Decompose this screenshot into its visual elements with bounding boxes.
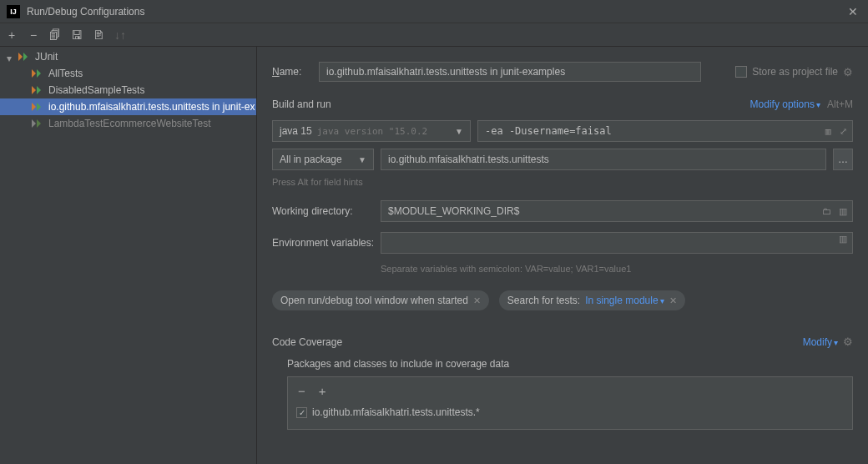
field-hint: Press Alt for field hints xyxy=(272,177,853,187)
browse-button[interactable]: … xyxy=(833,149,853,170)
run-config-icon xyxy=(32,86,43,94)
gear-icon[interactable]: ⚙ xyxy=(843,335,853,348)
modify-link[interactable]: Modify▾ xyxy=(803,336,838,348)
gear-icon[interactable]: ⚙ xyxy=(843,66,853,78)
coverage-entry[interactable]: ✓ io.github.mfaisalkhatri.tests.unittest… xyxy=(296,406,845,418)
run-config-icon xyxy=(32,119,43,128)
config-form: Name: Store as project file ⚙ Build and … xyxy=(257,47,868,464)
expand-icon[interactable]: ⤢ xyxy=(837,125,849,137)
list-icon[interactable]: ▥ xyxy=(837,233,849,245)
list-icon[interactable]: ▥ xyxy=(837,205,849,217)
build-run-section: Build and run xyxy=(272,98,331,110)
remove-icon[interactable]: − xyxy=(298,384,305,398)
folder-icon[interactable]: 🗀 xyxy=(820,205,832,217)
tree-item-lambdatest[interactable]: LambdaTestEcommerceWebsiteTest xyxy=(0,115,256,132)
expand-icon: ▾ xyxy=(7,53,15,61)
template-icon[interactable]: 🖹 xyxy=(92,28,105,42)
package-input[interactable]: io.github.mfaisalkhatri.tests.unittests xyxy=(381,149,826,170)
checkbox-icon[interactable]: ✓ xyxy=(296,407,307,418)
coverage-list: − + ✓ io.github.mfaisalkhatri.tests.unit… xyxy=(287,376,853,430)
name-input[interactable] xyxy=(319,62,701,82)
working-dir-label: Working directory: xyxy=(272,205,381,217)
chevron-down-icon: ▼ xyxy=(455,127,463,136)
add-icon[interactable]: + xyxy=(319,384,326,398)
tree-root-label: JUnit xyxy=(35,51,58,63)
run-config-icon xyxy=(32,103,43,111)
save-icon[interactable]: 🖫 xyxy=(70,28,83,42)
checkbox-icon[interactable] xyxy=(735,66,747,78)
tree-item-label: io.github.mfaisalkhatri.tests.unittests … xyxy=(48,101,255,113)
tree-item-unittests[interactable]: io.github.mfaisalkhatri.tests.unittests … xyxy=(0,98,256,115)
tree-item-alltests[interactable]: AllTests xyxy=(0,65,256,82)
vm-options-input[interactable]: -ea -Dusername=faisal ▥ ⤢ xyxy=(477,120,853,142)
vm-options-value: -ea -Dusername=faisal xyxy=(485,125,612,137)
env-hint: Separate variables with semicolon: VAR=v… xyxy=(381,264,853,274)
tree-item-label: LambdaTestEcommerceWebsiteTest xyxy=(48,118,211,129)
run-config-icon xyxy=(32,69,43,78)
toolbar: + − 🗐 🖫 🖹 ↓↑ xyxy=(0,23,868,47)
chip-open-tool-window[interactable]: Open run/debug tool window when started … xyxy=(272,290,489,310)
coverage-label: Packages and classes to include in cover… xyxy=(287,358,853,370)
jdk-version: java version "15.0.2 xyxy=(317,126,427,137)
close-icon[interactable]: ✕ xyxy=(669,295,677,306)
modify-options-link[interactable]: Modify options▾ xyxy=(750,98,820,110)
chip-search-tests[interactable]: Search for tests: In single module▾ ✕ xyxy=(499,290,685,310)
app-icon: IJ xyxy=(7,5,20,18)
window-title: Run/Debug Configurations xyxy=(27,6,845,18)
name-label: Name: xyxy=(272,66,319,78)
remove-icon[interactable]: − xyxy=(27,28,40,42)
working-dir-value: $MODULE_WORKING_DIR$ xyxy=(388,205,519,217)
working-dir-input[interactable]: $MODULE_WORKING_DIR$ 🗀 ▥ xyxy=(381,200,853,222)
close-icon[interactable]: ✕ xyxy=(845,3,861,20)
junit-icon xyxy=(18,53,30,61)
tree-root-junit[interactable]: ▾ JUnit xyxy=(0,48,256,65)
sort-icon[interactable]: ↓↑ xyxy=(114,28,127,42)
jdk-select[interactable]: java 15 java version "15.0.2 ▼ xyxy=(272,120,471,142)
test-scope-select[interactable]: All in package ▼ xyxy=(272,149,374,170)
chip-value[interactable]: In single module▾ xyxy=(585,295,664,306)
add-icon[interactable]: + xyxy=(5,28,18,42)
chevron-down-icon: ▼ xyxy=(358,155,366,164)
tree-item-label: AllTests xyxy=(48,68,83,79)
coverage-section: Code Coverage xyxy=(272,336,342,348)
shortcut-label: Alt+M xyxy=(827,98,853,110)
history-icon[interactable]: ▥ xyxy=(822,125,834,137)
config-tree: ▾ JUnit AllTests DisabledSampleTests io.… xyxy=(0,47,257,464)
coverage-entry-label: io.github.mfaisalkhatri.tests.unittests.… xyxy=(312,406,480,418)
close-icon[interactable]: ✕ xyxy=(473,295,481,306)
titlebar: IJ Run/Debug Configurations ✕ xyxy=(0,0,868,23)
copy-icon[interactable]: 🗐 xyxy=(48,28,62,42)
jdk-name: java 15 xyxy=(280,125,312,137)
scope-value: All in package xyxy=(280,154,342,165)
chip-label: Open run/debug tool window when started xyxy=(280,295,468,306)
chip-label: Search for tests: xyxy=(507,295,580,306)
package-value: io.github.mfaisalkhatri.tests.unittests xyxy=(388,154,549,165)
tree-item-disabled[interactable]: DisabledSampleTests xyxy=(0,82,256,98)
env-vars-input[interactable]: ▥ xyxy=(381,232,853,254)
env-vars-label: Environment variables: xyxy=(272,237,381,249)
tree-item-label: DisabledSampleTests xyxy=(48,84,144,96)
store-as-project[interactable]: Store as project file ⚙ xyxy=(735,66,853,78)
